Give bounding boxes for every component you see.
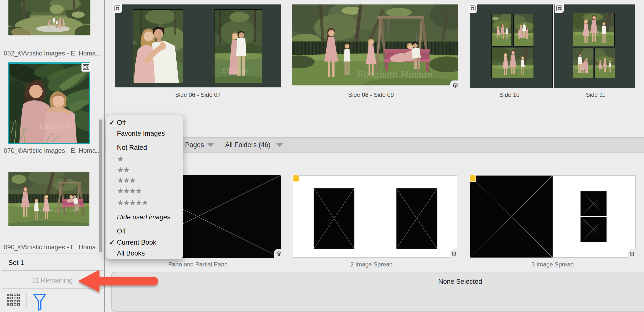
svg-text:Elizabeth: Elizabeth (39, 122, 71, 131)
svg-text:Elizabeth Homan: Elizabeth Homan (356, 68, 433, 81)
svg-text:Elizabeth: Elizabeth (222, 66, 248, 74)
svg-text:Elizabeth Homan: Elizabeth Homan (36, 206, 80, 214)
